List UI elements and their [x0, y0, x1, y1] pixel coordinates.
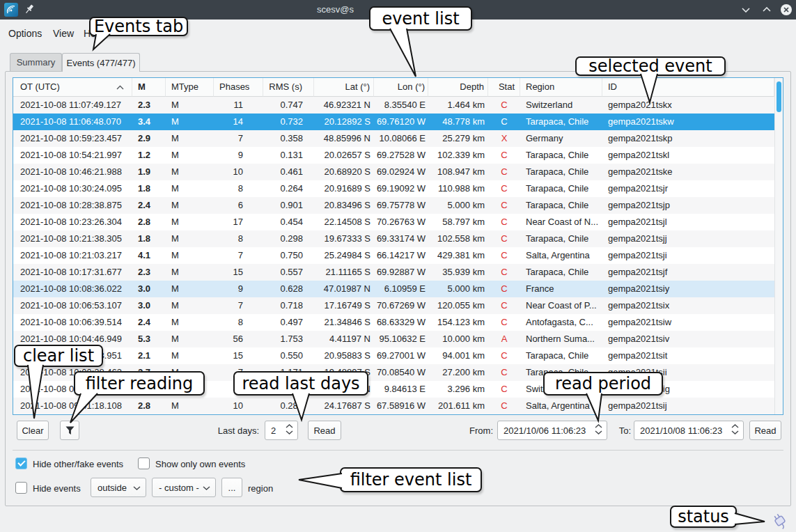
cell-phases: 6	[214, 197, 263, 214]
column-header-label: OT (UTC)	[20, 81, 60, 92]
filter-reading-button[interactable]	[60, 421, 79, 440]
plug-icon	[769, 511, 791, 531]
table-row[interactable]: 2021-10-08 11:07:49.1272.3M110.74746.923…	[13, 97, 774, 114]
cell-m: 2.3	[132, 264, 166, 281]
cell-depth: 201.611 km	[428, 398, 488, 414]
pin-icon[interactable]	[24, 3, 36, 16]
table-row[interactable]: 2021-10-08 10:04:46.9495.3M561.7534.4119…	[13, 331, 774, 347]
cell-id: gempa2021tsij	[602, 398, 774, 414]
chevron-down-icon	[742, 7, 750, 13]
cell-id: gempa2021tske	[602, 164, 774, 180]
spin-down-icon[interactable]	[595, 430, 602, 435]
column-header-label: Depth	[460, 81, 484, 92]
table-row[interactable]: 2021-10-08 10:03:53.9512.1M150.55020.958…	[13, 347, 774, 364]
spin-down-icon[interactable]	[286, 430, 293, 435]
cell-ot: 2021-10-08 10:30:24.095	[13, 180, 132, 197]
cell-rms: 0.901	[263, 197, 314, 214]
column-header-m[interactable]: M	[132, 78, 166, 97]
column-header-rms[interactable]: RMS (s)	[263, 78, 314, 97]
column-header-phases[interactable]: Phases	[214, 78, 263, 97]
last-days-spinner[interactable]: 2	[265, 421, 298, 440]
scrollbar-thumb[interactable]	[777, 81, 781, 112]
cell-region: Tarapaca, Chile	[520, 180, 602, 197]
minimize-button[interactable]	[740, 3, 752, 16]
region-preset-select[interactable]: - custom -	[152, 478, 216, 497]
spin-up-icon[interactable]	[595, 424, 602, 428]
table-row[interactable]: 2021-10-08 10:54:21.9971.2M90.13120.0265…	[13, 147, 774, 164]
spin-up-icon[interactable]	[286, 424, 293, 428]
cell-stat: C	[488, 247, 520, 264]
tab-events[interactable]: Events (477/477)	[62, 53, 140, 72]
table-row[interactable]: 2021-10-08 11:06:48.0703.4M140.73220.128…	[13, 114, 774, 130]
cell-depth: 429.381 km	[428, 247, 488, 264]
hide-events-checkbox[interactable]	[15, 482, 27, 494]
table-row[interactable]: 2021-10-08 10:21:38.3051.8M80.29819.6733…	[13, 230, 774, 247]
table-row[interactable]: 2021-10-08 09:41:18.1082.8M100.28024.176…	[13, 398, 774, 414]
hide-other-fake-events-checkbox[interactable]	[15, 457, 27, 469]
cell-stat: C	[488, 364, 520, 381]
vertical-scrollbar[interactable]	[774, 78, 783, 414]
seiscomp-logo-icon	[4, 3, 18, 17]
spin-down-icon[interactable]	[731, 430, 739, 435]
table-row[interactable]: 2021-10-08 10:30:24.0951.8M80.26420.9168…	[13, 180, 774, 197]
clear-button[interactable]: Clear	[17, 421, 49, 440]
column-header-mtype[interactable]: MType	[166, 78, 214, 97]
cell-rms: 0.557	[263, 264, 314, 281]
cell-region: Tarapaca, Chile	[520, 197, 602, 214]
table-row[interactable]: 2021-10-08 10:46:21.9881.9M100.46120.689…	[13, 164, 774, 180]
cell-depth: 102.558 km	[428, 230, 488, 247]
cell-ot: 2021-10-08 10:28:38.875	[13, 197, 132, 214]
table-row[interactable]: 2021-10-08 10:17:31.6772.3M150.55721.111…	[13, 264, 774, 281]
cell-id: gempa2021tsiy	[602, 281, 774, 297]
from-datetime-field[interactable]: 2021/10/06 11:06:23	[497, 421, 607, 440]
scope-select[interactable]: outside	[91, 478, 146, 497]
callout-status: status	[670, 506, 737, 528]
cell-rms: 0.131	[263, 147, 314, 164]
column-header-lon[interactable]: Lon (°)	[374, 78, 428, 97]
column-header-depth[interactable]: Depth	[428, 78, 488, 97]
cell-rms: 0.732	[263, 114, 314, 130]
cell-mtype: M	[166, 147, 214, 164]
cell-id: gempa2021tsjp	[602, 197, 774, 214]
spin-up-icon[interactable]	[731, 424, 739, 428]
cell-m: 5.3	[132, 331, 166, 347]
to-datetime-field[interactable]: 2021/10/08 11:06:23	[634, 421, 744, 440]
table-row[interactable]: 2021-10-08 10:28:38.8752.4M60.90120.8349…	[13, 197, 774, 214]
table-row[interactable]: 2021-10-08 10:06:53.1073.0M70.71817.1674…	[13, 297, 774, 314]
cell-depth: 120.055 km	[428, 297, 488, 314]
cell-stat: C	[488, 147, 520, 164]
column-header-id[interactable]: ID	[602, 78, 774, 97]
close-button[interactable]	[780, 3, 793, 16]
column-header-ot[interactable]: OT (UTC)	[13, 78, 132, 97]
cell-lat: 21.11165 S	[314, 264, 374, 281]
show-only-own-events-checkbox[interactable]	[138, 457, 150, 469]
read-last-days-button[interactable]: Read	[308, 421, 341, 440]
cell-mtype: M	[166, 97, 214, 114]
cell-lon: 69.19092 W	[374, 180, 428, 197]
cell-m: 2.4	[132, 197, 166, 214]
table-row[interactable]: 2021-10-08 10:06:39.5142.4M80.49721.3484…	[13, 314, 774, 331]
table-row[interactable]: 2021-10-08 10:23:26.3042.8M170.45422.145…	[13, 214, 774, 230]
table-row[interactable]: 2021-10-08 10:21:03.2174.1M70.75025.2498…	[13, 247, 774, 264]
column-header-label: Lat (°)	[345, 81, 370, 92]
menu-item-options[interactable]: Options	[8, 28, 42, 39]
cell-region: Antofagasta, C...	[520, 314, 602, 331]
column-header-label: Stat	[499, 81, 515, 92]
cell-id: gempa2021tsji	[602, 247, 774, 264]
table-row[interactable]: 2021-10-08 10:59:23.4572.9M70.35848.8599…	[13, 130, 774, 147]
cell-phases: 8	[214, 314, 263, 331]
cell-phases: 8	[214, 180, 263, 197]
menu-item-view[interactable]: View	[53, 28, 74, 39]
more-regions-button[interactable]: ...	[221, 478, 242, 497]
cell-depth: 1.464 km	[428, 97, 488, 114]
read-period-button[interactable]: Read	[749, 421, 781, 440]
column-header-region[interactable]: Region	[520, 78, 602, 97]
maximize-button[interactable]	[760, 3, 773, 16]
column-header-stat[interactable]: Stat	[488, 78, 520, 97]
cell-phases: 56	[214, 331, 263, 347]
table-row[interactable]: 2021-10-08 10:08:36.0223.0M90.62847.0198…	[13, 281, 774, 297]
chevron-up-icon	[763, 7, 771, 13]
to-datetime-value: 2021/10/08 11:06:23	[640, 425, 722, 436]
tab-summary[interactable]: Summary	[10, 53, 62, 71]
column-header-lat[interactable]: Lat (°)	[314, 78, 374, 97]
